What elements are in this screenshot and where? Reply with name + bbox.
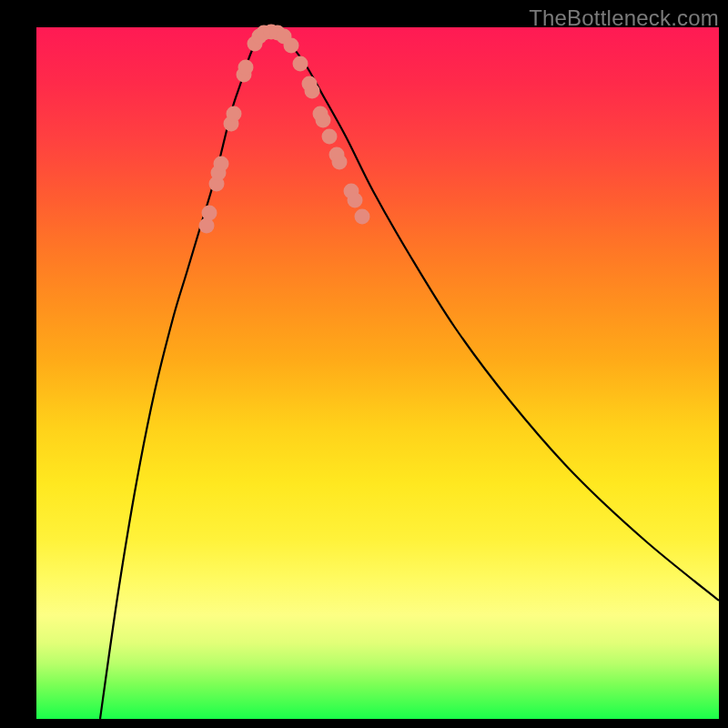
data-marker <box>293 56 308 72</box>
data-marker <box>305 84 320 99</box>
marker-group <box>199 25 370 234</box>
data-marker <box>202 206 217 221</box>
bottleneck-curve <box>100 32 719 719</box>
data-marker <box>316 113 331 128</box>
data-marker <box>332 155 348 170</box>
data-marker <box>355 209 370 225</box>
plot-area <box>36 27 719 719</box>
data-marker <box>284 38 299 54</box>
data-marker <box>348 193 363 208</box>
data-marker <box>238 60 254 76</box>
watermark-text: TheBottleneck.com <box>529 5 719 31</box>
curve-svg <box>36 27 719 719</box>
data-marker <box>227 106 242 122</box>
data-marker <box>322 129 338 145</box>
data-marker <box>199 218 215 234</box>
chart-frame: TheBottleneck.com <box>0 0 728 728</box>
data-marker <box>214 157 229 172</box>
